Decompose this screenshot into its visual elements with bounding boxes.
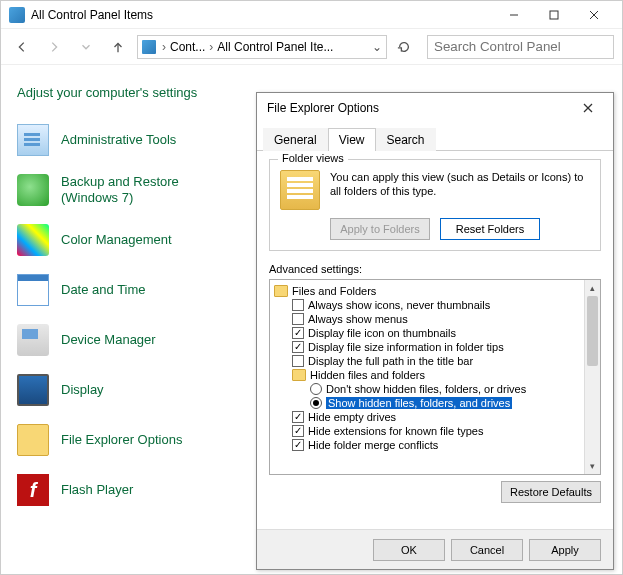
maximize-button[interactable] <box>534 3 574 27</box>
checkbox-icon[interactable] <box>292 341 304 353</box>
admin-tools-icon <box>17 124 49 156</box>
address-dropdown-icon[interactable]: ⌄ <box>368 40 386 54</box>
folder-views-icon <box>280 170 320 210</box>
cp-item-label[interactable]: Display <box>61 382 104 398</box>
tree-label: Hide extensions for known file types <box>308 425 483 437</box>
tree-item-full-path[interactable]: Display the full path in the title bar <box>272 354 582 368</box>
scrollbar[interactable]: ▴ ▾ <box>584 280 600 474</box>
file-explorer-options-icon <box>17 424 49 456</box>
cp-item-label[interactable]: Flash Player <box>61 482 133 498</box>
address-bar[interactable]: › Cont... › All Control Panel Ite... ⌄ <box>137 35 387 59</box>
scroll-track[interactable] <box>585 296 600 458</box>
reset-folders-button[interactable]: Reset Folders <box>440 218 540 240</box>
apply-button[interactable]: Apply <box>529 539 601 561</box>
date-time-icon <box>17 274 49 306</box>
checkbox-icon[interactable] <box>292 439 304 451</box>
tab-view[interactable]: View <box>328 128 376 151</box>
checkbox-icon[interactable] <box>292 355 304 367</box>
cp-item-label[interactable]: Device Manager <box>61 332 156 348</box>
cancel-button[interactable]: Cancel <box>451 539 523 561</box>
tree-label: Hidden files and folders <box>310 369 425 381</box>
tree-label: Show hidden files, folders, and drives <box>326 397 512 409</box>
tree-item-hide-merge-conflicts[interactable]: Hide folder merge conflicts <box>272 438 582 452</box>
folder-views-text: You can apply this view (such as Details… <box>330 170 590 210</box>
recent-dropdown[interactable] <box>73 34 99 60</box>
cp-item-label[interactable]: Backup and Restore (Windows 7) <box>61 174 231 205</box>
breadcrumb-sep-icon: › <box>207 40 215 54</box>
tab-body: Folder views You can apply this view (su… <box>257 151 613 511</box>
scroll-down-icon[interactable]: ▾ <box>585 458 600 474</box>
close-button[interactable] <box>574 3 614 27</box>
checkbox-icon[interactable] <box>292 299 304 311</box>
scroll-thumb[interactable] <box>587 296 598 366</box>
advanced-settings-tree: Files and Folders Always show icons, nev… <box>269 279 601 475</box>
title-bar: All Control Panel Items <box>1 1 622 29</box>
breadcrumb-2[interactable]: All Control Panel Ite... <box>217 40 333 54</box>
search-input[interactable] <box>427 35 614 59</box>
tree-label: Hide folder merge conflicts <box>308 439 438 451</box>
tree-label: Display file icon on thumbnails <box>308 327 456 339</box>
flash-letter: f <box>30 479 37 502</box>
tree-label: Always show icons, never thumbnails <box>308 299 490 311</box>
tab-search[interactable]: Search <box>376 128 436 151</box>
control-panel-icon <box>9 7 25 23</box>
tree-radio-show-hidden[interactable]: Show hidden files, folders, and drives <box>272 396 582 410</box>
tree-label: Display file size information in folder … <box>308 341 504 353</box>
tree-item-always-icons[interactable]: Always show icons, never thumbnails <box>272 298 582 312</box>
forward-button[interactable] <box>41 34 67 60</box>
cp-item-label[interactable]: Color Management <box>61 232 172 248</box>
tree-item-size-tips[interactable]: Display file size information in folder … <box>272 340 582 354</box>
dialog-close-button[interactable] <box>573 96 603 120</box>
tab-general[interactable]: General <box>263 128 328 151</box>
tree-label: Display the full path in the title bar <box>308 355 473 367</box>
cp-item-label[interactable]: Administrative Tools <box>61 132 176 148</box>
file-explorer-options-dialog: File Explorer Options General View Searc… <box>256 92 614 570</box>
cp-item-label[interactable]: File Explorer Options <box>61 432 182 448</box>
folder-icon <box>274 285 288 297</box>
scroll-up-icon[interactable]: ▴ <box>585 280 600 296</box>
checkbox-icon[interactable] <box>292 313 304 325</box>
tree-group-files-folders[interactable]: Files and Folders <box>272 284 582 298</box>
tree-label: Files and Folders <box>292 285 376 297</box>
tree-label: Hide empty drives <box>308 411 396 423</box>
device-manager-icon <box>17 324 49 356</box>
flash-player-icon: f <box>17 474 49 506</box>
apply-to-folders-button[interactable]: Apply to Folders <box>330 218 430 240</box>
tree-item-hide-extensions[interactable]: Hide extensions for known file types <box>272 424 582 438</box>
checkbox-icon[interactable] <box>292 425 304 437</box>
up-button[interactable] <box>105 34 131 60</box>
ok-button[interactable]: OK <box>373 539 445 561</box>
advanced-settings-label: Advanced settings: <box>269 263 601 275</box>
folder-views-group: Folder views You can apply this view (su… <box>269 159 601 251</box>
tree-group-hidden-files[interactable]: Hidden files and folders <box>272 368 582 382</box>
dialog-title: File Explorer Options <box>267 101 573 115</box>
radio-icon[interactable] <box>310 383 322 395</box>
tree-item-hide-empty-drives[interactable]: Hide empty drives <box>272 410 582 424</box>
checkbox-icon[interactable] <box>292 327 304 339</box>
svg-rect-1 <box>550 11 558 19</box>
folder-views-legend: Folder views <box>278 152 348 164</box>
dialog-title-bar: File Explorer Options <box>257 93 613 123</box>
back-button[interactable] <box>9 34 35 60</box>
nav-bar: › Cont... › All Control Panel Ite... ⌄ <box>1 29 622 65</box>
minimize-button[interactable] <box>494 3 534 27</box>
restore-defaults-button[interactable]: Restore Defaults <box>501 481 601 503</box>
backup-icon <box>17 174 49 206</box>
tab-strip: General View Search <box>257 123 613 151</box>
dialog-footer: OK Cancel Apply <box>257 529 613 569</box>
tree-item-file-icon-thumb[interactable]: Display file icon on thumbnails <box>272 326 582 340</box>
color-mgmt-icon <box>17 224 49 256</box>
display-icon <box>17 374 49 406</box>
checkbox-icon[interactable] <box>292 411 304 423</box>
tree-radio-dont-show-hidden[interactable]: Don't show hidden files, folders, or dri… <box>272 382 582 396</box>
radio-icon[interactable] <box>310 397 322 409</box>
cp-item-label[interactable]: Date and Time <box>61 282 146 298</box>
window-title: All Control Panel Items <box>31 8 494 22</box>
folder-icon <box>292 369 306 381</box>
breadcrumb-sep-icon: › <box>160 40 168 54</box>
refresh-button[interactable] <box>393 36 415 58</box>
tree-item-always-menus[interactable]: Always show menus <box>272 312 582 326</box>
tree-scroll-area[interactable]: Files and Folders Always show icons, nev… <box>270 280 584 474</box>
tree-label: Always show menus <box>308 313 408 325</box>
breadcrumb-1[interactable]: Cont... <box>170 40 205 54</box>
